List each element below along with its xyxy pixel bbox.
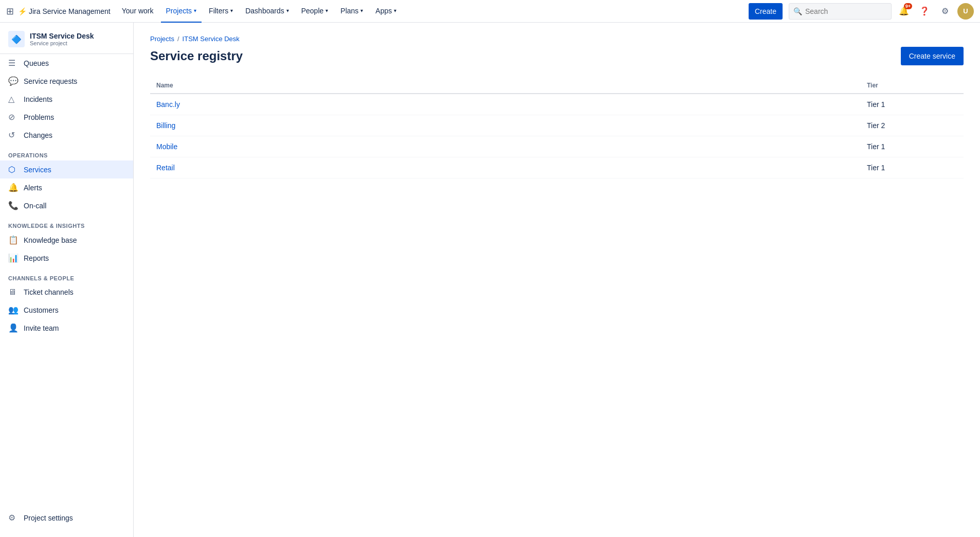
table-header-name: Name	[150, 78, 861, 94]
sidebar-item-problems[interactable]: ⊘ Problems	[0, 108, 133, 126]
breadcrumb: Projects / ITSM Service Desk	[150, 35, 964, 43]
sidebar-item-reports[interactable]: 📊 Reports	[0, 249, 133, 267]
sidebar-item-on-call[interactable]: 📞 On-call	[0, 196, 133, 214]
main-content: Projects / ITSM Service Desk Service reg…	[134, 23, 980, 537]
table-row: Mobile Tier 1	[150, 136, 964, 157]
knowledge-icon: 📋	[8, 235, 19, 245]
service-tier-cell: Tier 1	[861, 94, 964, 115]
project-header[interactable]: 🔷 ITSM Service Desk Service project	[0, 23, 133, 54]
notifications-button[interactable]: 🔔 9+	[896, 3, 912, 20]
project-icon: 🔷	[8, 31, 25, 47]
service-name-cell: Mobile	[150, 136, 861, 157]
service-name-link[interactable]: Retail	[156, 164, 175, 172]
service-name-link[interactable]: Billing	[156, 121, 175, 130]
changes-icon: ↺	[8, 130, 19, 140]
brand: ⚡ Jira Service Management	[18, 7, 111, 15]
service-tier-cell: Tier 2	[861, 115, 964, 136]
sidebar-item-alerts[interactable]: 🔔 Alerts	[0, 178, 133, 196]
section-label-knowledge: KNOWLEDGE & INSIGHTS	[0, 214, 133, 231]
lightning-icon: ⚡	[18, 7, 27, 15]
nav-plans[interactable]: Plans ▾	[335, 0, 368, 23]
services-icon: ⬡	[8, 165, 19, 174]
queues-icon: ☰	[8, 58, 19, 68]
grid-icon: ⊞	[6, 6, 14, 17]
breadcrumb-itsm[interactable]: ITSM Service Desk	[183, 35, 240, 43]
sidebar-item-knowledge-base[interactable]: 📋 Knowledge base	[0, 231, 133, 249]
service-name-cell: Retail	[150, 157, 861, 178]
sidebar-item-queues[interactable]: ☰ Queues	[0, 54, 133, 72]
table-row: Billing Tier 2	[150, 115, 964, 136]
avatar[interactable]: U	[957, 3, 974, 20]
sidebar: 🔷 ITSM Service Desk Service project ☰ Qu…	[0, 23, 134, 537]
page-header: Service registry Create service	[150, 47, 964, 65]
service-tier-cell: Tier 1	[861, 157, 964, 178]
sidebar-item-services[interactable]: ⬡ Services	[0, 160, 133, 178]
service-name-link[interactable]: Banc.ly	[156, 100, 180, 109]
monitor-icon: 🖥	[8, 288, 19, 297]
sidebar-item-incidents[interactable]: △ Incidents	[0, 90, 133, 108]
nav-apps[interactable]: Apps ▾	[370, 0, 402, 23]
create-button[interactable]: Create	[749, 3, 783, 20]
sidebar-item-invite-team[interactable]: 👤 Invite team	[0, 319, 133, 337]
sidebar-item-changes[interactable]: ↺ Changes	[0, 126, 133, 144]
chevron-down-icon: ▾	[194, 8, 196, 13]
logo[interactable]: ⊞ ⚡ Jira Service Management	[6, 6, 111, 17]
nav-people[interactable]: People ▾	[296, 0, 334, 23]
section-label-channels: CHANNELS & PEOPLE	[0, 267, 133, 283]
triangle-icon: △	[8, 94, 19, 104]
breadcrumb-projects[interactable]: Projects	[150, 35, 174, 43]
project-info: ITSM Service Desk Service project	[30, 32, 94, 46]
service-name-link[interactable]: Mobile	[156, 142, 177, 151]
main-layout: 🔷 ITSM Service Desk Service project ☰ Qu…	[0, 23, 980, 537]
sidebar-item-service-requests[interactable]: 💬 Service requests	[0, 72, 133, 90]
search-input[interactable]	[805, 7, 887, 15]
table-header-tier: Tier	[861, 78, 964, 94]
bell-icon: 🔔	[8, 183, 19, 192]
chevron-down-icon: ▾	[360, 8, 363, 13]
gear-icon: ⚙	[8, 513, 19, 523]
service-name-cell: Billing	[150, 115, 861, 136]
top-navigation: ⊞ ⚡ Jira Service Management Your work Pr…	[0, 0, 980, 23]
breadcrumb-separator: /	[177, 35, 179, 43]
chevron-down-icon: ▾	[230, 8, 233, 13]
project-name: ITSM Service Desk	[30, 32, 94, 40]
service-table: Name Tier Banc.ly Tier 1 Billing Tier 2 …	[150, 78, 964, 178]
topnav-right-actions: 🔍 🔔 9+ ❓ ⚙ U	[789, 3, 974, 20]
notification-badge: 9+	[904, 3, 912, 9]
chevron-down-icon: ▾	[325, 8, 328, 13]
chevron-down-icon: ▾	[394, 8, 396, 13]
nav-filters[interactable]: Filters ▾	[204, 0, 238, 23]
customers-icon: 👥	[8, 305, 19, 315]
settings-button[interactable]: ⚙	[937, 3, 953, 20]
search-box[interactable]: 🔍	[789, 3, 892, 20]
invite-icon: 👤	[8, 323, 19, 333]
service-tier-cell: Tier 1	[861, 136, 964, 157]
create-service-button[interactable]: Create service	[901, 47, 964, 65]
sidebar-item-customers[interactable]: 👥 Customers	[0, 301, 133, 319]
nav-projects[interactable]: Projects ▾	[161, 0, 202, 23]
chat-icon: 💬	[8, 76, 19, 86]
table-row: Banc.ly Tier 1	[150, 94, 964, 115]
reports-icon: 📊	[8, 253, 19, 263]
on-call-icon: 📞	[8, 201, 19, 210]
page-title: Service registry	[150, 49, 243, 63]
help-button[interactable]: ❓	[916, 3, 933, 20]
section-label-operations: OPERATIONS	[0, 144, 133, 160]
search-icon: 🔍	[793, 7, 802, 15]
table-row: Retail Tier 1	[150, 157, 964, 178]
sidebar-item-project-settings[interactable]: ⚙ Project settings	[0, 509, 133, 527]
chevron-down-icon: ▾	[286, 8, 289, 13]
circle-slash-icon: ⊘	[8, 112, 19, 122]
project-type: Service project	[30, 40, 94, 46]
brand-text: Jira Service Management	[29, 7, 111, 15]
sidebar-item-ticket-channels[interactable]: 🖥 Ticket channels	[0, 283, 133, 301]
nav-your-work[interactable]: Your work	[117, 0, 159, 23]
service-name-cell: Banc.ly	[150, 94, 861, 115]
nav-dashboards[interactable]: Dashboards ▾	[240, 0, 294, 23]
